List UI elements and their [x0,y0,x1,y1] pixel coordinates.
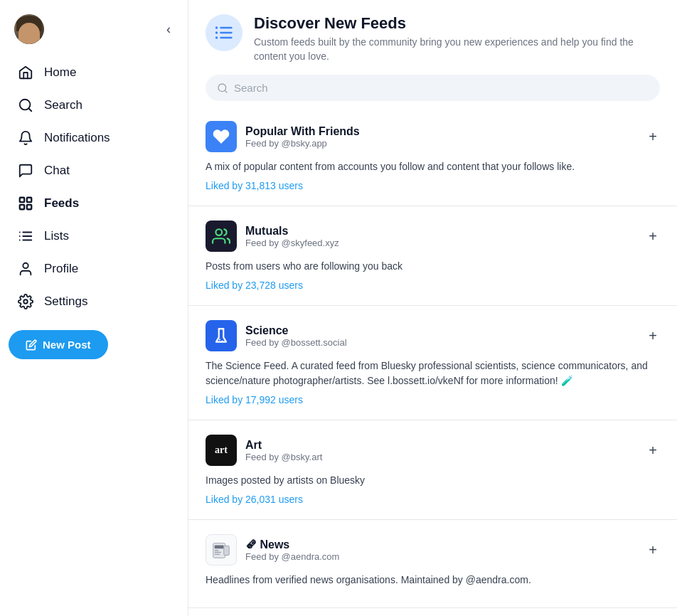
svg-point-25 [222,341,223,342]
feed-icon-mutuals [206,221,237,252]
sidebar-item-label-lists: Lists [44,229,69,243]
list-item: 🗞 News Feed by @aendra.com + Headlines f… [188,520,677,608]
feed-search-input[interactable] [234,82,649,94]
feed-item-header: art Art Feed by @bsky.art + [206,435,660,466]
new-post-button[interactable]: New Post [9,330,108,359]
feed-list: Popular With Friends Feed by @bsky.app +… [188,107,677,608]
list-item: Science Feed by @bossett.social + The Sc… [188,306,677,420]
science-icon [212,326,230,345]
svg-rect-29 [215,552,221,553]
svg-point-18 [215,31,218,34]
feed-likes: Liked by 23,728 users [206,280,660,291]
sidebar-item-label-profile: Profile [44,262,78,276]
svg-point-11 [19,240,21,241]
feed-add-button[interactable]: + [646,226,660,246]
sidebar-item-profile[interactable]: Profile [9,253,179,285]
svg-point-19 [215,36,218,39]
feed-by: Feed by @aendra.com [245,551,339,562]
sidebar-item-settings[interactable]: Settings [9,286,179,317]
sidebar-item-home[interactable]: Home [9,57,179,88]
sidebar-header: ‹ [9,11,179,47]
feed-info: Science Feed by @bossett.social [245,324,347,348]
feed-item-header: Mutuals Feed by @skyfeed.xyz + [206,221,660,252]
chat-icon [17,162,34,179]
discover-icon [214,23,234,43]
sidebar-item-chat[interactable]: Chat [9,155,179,186]
svg-point-10 [19,235,21,237]
svg-rect-28 [215,550,219,551]
discover-text: Discover New Feeds Custom feeds built by… [254,14,660,63]
feed-description: Headlines from verified news organisatio… [206,573,660,588]
feed-item-left: Mutuals Feed by @skyfeed.xyz [206,221,339,252]
feed-icon-popular-with-friends [206,121,237,152]
feed-by: Feed by @bossett.social [245,337,347,348]
feed-item-header: 🗞 News Feed by @aendra.com + [206,534,660,565]
sidebar-item-search[interactable]: Search [9,90,179,121]
svg-point-9 [19,232,21,233]
svg-rect-3 [27,198,31,202]
sidebar-item-label-notifications: Notifications [44,131,110,145]
svg-rect-30 [215,554,220,555]
svg-rect-5 [27,205,31,209]
feed-name: Art [245,439,322,452]
feed-by: Feed by @bsky.app [245,138,360,149]
feed-add-button[interactable]: + [646,540,660,560]
lists-icon [17,228,34,245]
discover-subtitle: Custom feeds built by the community brin… [254,36,660,63]
heart-icon [212,127,230,146]
discover-header: Discover New Feeds Custom feeds built by… [188,0,677,75]
feed-name: 🗞 News [245,538,339,551]
feed-description: The Science Feed. A curated feed from Bl… [206,359,660,388]
feed-icon-art: art [206,435,237,466]
feed-search-bar[interactable] [206,75,660,101]
feed-item-left: Popular With Friends Feed by @bsky.app [206,121,360,152]
svg-point-13 [23,299,28,304]
feed-item-left: art Art Feed by @bsky.art [206,435,322,466]
feed-add-button[interactable]: + [646,326,660,346]
avatar[interactable] [14,14,44,44]
svg-rect-2 [20,198,24,202]
feed-description: Posts from users who are following you b… [206,259,660,274]
sidebar: ‹ Home Search Notifications [0,0,188,616]
art-text: art [215,445,228,456]
settings-icon [17,293,34,310]
feed-add-button[interactable]: + [646,127,660,147]
list-item: Popular With Friends Feed by @bsky.app +… [188,107,677,206]
search-icon [217,83,228,94]
feed-info: Popular With Friends Feed by @bsky.app [245,125,360,149]
collapse-button[interactable]: ‹ [164,19,174,40]
feed-item-header: Science Feed by @bossett.social + [206,320,660,351]
svg-point-24 [219,339,220,341]
feeds-icon [17,195,34,212]
bell-icon [17,129,34,147]
feed-name: Popular With Friends [245,125,360,138]
home-icon [17,64,34,81]
feed-name: Science [245,324,347,337]
discover-title: Discover New Feeds [254,14,660,33]
main-content: Discover New Feeds Custom feeds built by… [188,0,677,616]
mutuals-icon [212,227,230,245]
feed-description: A mix of popular content from accounts y… [206,159,660,174]
feed-likes: Liked by 31,813 users [206,180,660,191]
feed-item-left: 🗞 News Feed by @aendra.com [206,534,339,565]
sidebar-item-label-home: Home [44,65,76,80]
svg-line-1 [28,108,31,111]
feed-by: Feed by @skyfeed.xyz [245,238,339,248]
profile-icon [17,260,34,277]
sidebar-item-lists[interactable]: Lists [9,221,179,252]
feed-item-header: Popular With Friends Feed by @bsky.app + [206,121,660,152]
feed-info: 🗞 News Feed by @aendra.com [245,538,339,562]
svg-point-22 [215,229,222,235]
edit-icon [26,339,37,351]
feed-by: Feed by @bsky.art [245,452,322,462]
sidebar-item-label-feeds: Feeds [44,196,79,211]
svg-point-17 [215,26,218,29]
svg-rect-27 [215,546,224,549]
svg-rect-31 [224,546,230,556]
feed-add-button[interactable]: + [646,440,660,460]
sidebar-item-notifications[interactable]: Notifications [9,122,179,154]
feed-likes: Liked by 26,031 users [206,494,660,505]
sidebar-item-label-settings: Settings [44,294,87,309]
svg-line-21 [225,90,227,92]
sidebar-item-feeds[interactable]: Feeds [9,188,179,219]
